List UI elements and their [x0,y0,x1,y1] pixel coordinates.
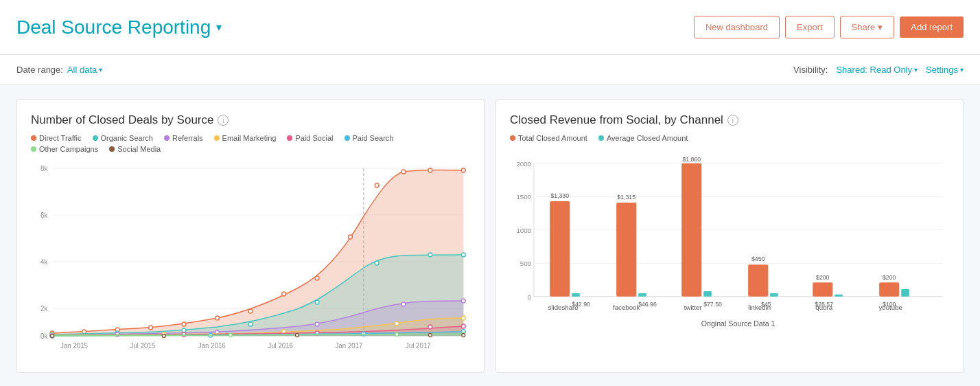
svg-rect-94 [703,291,712,297]
svg-point-55 [395,333,399,337]
svg-rect-89 [638,293,646,297]
svg-text:$77.50: $77.50 [703,301,722,308]
bar-chart-legend: Total Closed AmountAverage Closed Amount [510,134,949,142]
svg-rect-104 [835,295,843,297]
svg-text:$46.96: $46.96 [638,301,657,308]
legend-dot [287,135,292,141]
title-text: Deal Source Reporting [16,16,211,38]
top-bar: Deal Source Reporting ▾ New dashboard Ex… [0,0,980,55]
svg-point-23 [428,168,432,172]
bar-legend-dot [598,135,604,141]
visibility-value-text: Shared: Read Only [836,65,912,75]
visibility-selector[interactable]: Shared: Read Only ▾ [836,65,918,75]
legend-item: Social Media [109,145,161,153]
svg-text:$200: $200 [883,274,896,281]
legend-label: Paid Social [295,134,333,142]
right-chart-info-icon[interactable]: i [727,115,738,126]
svg-point-59 [295,334,299,337]
svg-text:Jan 2015: Jan 2015 [60,342,88,350]
settings-label: Settings [926,65,958,75]
left-chart-info-icon[interactable]: i [218,115,229,126]
svg-point-17 [248,309,253,313]
svg-text:6k: 6k [40,212,47,219]
date-range-area: Date range: All data ▾ [16,65,102,75]
legend-label: Social Media [117,145,161,153]
svg-text:$1,315: $1,315 [617,194,635,201]
svg-rect-87 [616,203,636,297]
legend-label: Paid Search [353,134,394,142]
svg-point-21 [375,183,379,188]
left-chart-title: Number of Closed Deals by Source i [31,113,470,127]
date-range-selector[interactable]: All data ▾ [67,65,102,75]
svg-point-19 [315,276,319,280]
legend-dot [164,135,170,141]
svg-point-20 [349,235,353,239]
svg-text:1500: 1500 [516,193,531,201]
svg-point-31 [428,253,432,257]
svg-rect-92 [681,163,701,297]
right-chart-title-text: Closed Revenue from Social, by Channel [510,113,723,127]
svg-text:Jul 2017: Jul 2017 [406,342,431,350]
svg-text:1000: 1000 [516,227,531,234]
svg-point-29 [315,300,319,304]
bar-legend-label: Total Closed Amount [518,134,587,142]
export-button[interactable]: Export [785,16,835,38]
svg-point-42 [395,321,399,326]
svg-text:2k: 2k [40,305,47,313]
legend-label: Email Marketing [222,134,277,142]
svg-text:slideshare: slideshare [548,304,578,311]
legend-item: Paid Search [345,134,394,142]
settings-button[interactable]: Settings ▾ [926,65,964,75]
svg-text:$1,860: $1,860 [682,156,701,163]
svg-text:facebook: facebook [613,304,640,311]
legend-dot [93,135,98,141]
svg-text:2000: 2000 [516,160,531,168]
page-title: Deal Source Reporting ▾ [16,16,222,38]
svg-point-61 [462,334,465,337]
legend-item: Direct Traffic [31,134,82,142]
svg-text:youtube: youtube [878,304,902,311]
legend-dot [31,146,36,152]
legend-label: Direct Traffic [39,134,82,142]
svg-point-37 [401,302,406,306]
svg-point-16 [215,316,220,320]
legend-dot [31,135,36,141]
svg-rect-99 [770,293,778,297]
bar-chart-container: 2000 1500 1000 500 0 $1,330 [510,150,949,359]
svg-text:quora: quora [815,304,832,311]
legend-item: Organic Search [93,134,153,142]
svg-point-18 [282,292,286,296]
sub-bar: Date range: All data ▾ Visibility: Share… [0,55,980,85]
svg-text:500: 500 [520,260,532,267]
svg-point-28 [248,322,253,326]
svg-rect-84 [572,293,580,297]
line-chart-container: 8k 6k 4k 2k 0k [31,161,470,354]
dashboard-content: Number of Closed Deals by Source i Direc… [0,85,980,386]
add-report-button[interactable]: Add report [900,16,964,38]
svg-rect-97 [748,264,768,297]
svg-text:0: 0 [528,293,532,301]
new-dashboard-button[interactable]: New dashboard [694,16,780,38]
svg-text:linkedin: linkedin [748,304,771,311]
svg-text:$1,330: $1,330 [550,192,569,199]
svg-point-43 [461,316,465,320]
svg-text:0k: 0k [40,332,47,340]
share-button[interactable]: Share ▾ [840,16,895,38]
legend-dot [345,135,350,141]
legend-label: Organic Search [101,134,153,142]
bar-legend-item: Total Closed Amount [510,134,587,142]
legend-label: Other Campaigns [39,145,98,153]
date-range-label: Date range: [16,65,63,75]
left-chart-title-text: Number of Closed Deals by Source [31,113,213,127]
bar-legend-label: Average Closed Amount [607,134,688,142]
line-chart-svg: 8k 6k 4k 2k 0k [31,161,470,354]
legend-item: Other Campaigns [31,145,98,153]
svg-text:twitter: twitter [684,304,703,311]
svg-text:Original Source Data 1: Original Source Data 1 [701,319,775,328]
svg-point-27 [182,328,186,332]
svg-point-48 [461,324,465,328]
svg-point-15 [182,322,186,326]
legend-item: Referrals [164,134,203,142]
title-dropdown-icon[interactable]: ▾ [216,21,222,34]
bar-legend-dot [510,135,515,141]
